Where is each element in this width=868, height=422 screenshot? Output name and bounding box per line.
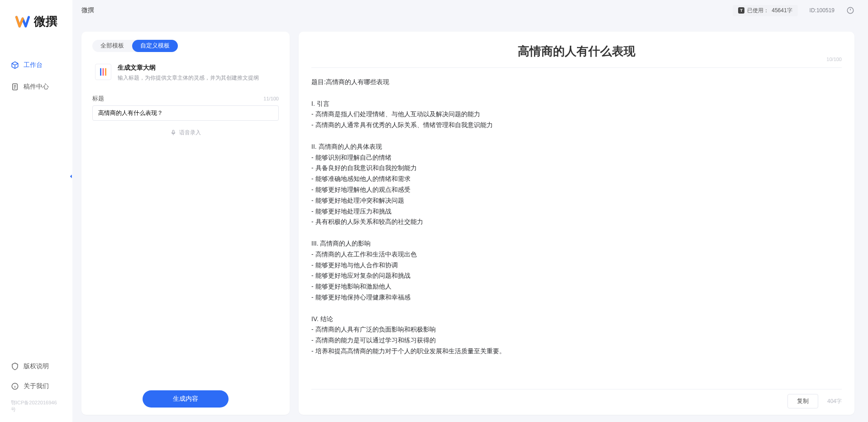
sidebar-bottom: 版权说明 关于我们 鄂ICP备2022016946号 xyxy=(0,358,72,422)
nav-workbench[interactable]: 工作台 xyxy=(7,57,65,74)
result-body[interactable]: 题目:高情商的人有哪些表现 I. 引言 - 高情商是指人们处理情绪、与他人互动以… xyxy=(311,77,842,385)
brand-logo: 微撰 xyxy=(0,14,72,29)
power-icon[interactable] xyxy=(846,6,854,14)
result-footer: 复制 404字 xyxy=(311,389,842,408)
shield-icon xyxy=(11,362,19,370)
sidebar: 微撰 工作台 稿件中心 版权说明 关于我们 鄂ICP备2022016946号 xyxy=(0,0,72,422)
tab-custom-template[interactable]: 自定义模板 xyxy=(132,40,178,52)
nav-label: 工作台 xyxy=(24,61,43,69)
title-counter: 10/100 xyxy=(826,57,842,62)
title-input-wrap[interactable] xyxy=(92,105,279,121)
nav-copyright[interactable]: 版权说明 xyxy=(7,358,65,375)
sidebar-collapse-handle[interactable] xyxy=(67,171,75,182)
word-count: 404字 xyxy=(827,398,842,405)
result-title: 高情商的人有什么表现 xyxy=(311,43,842,59)
divider xyxy=(311,67,842,68)
field-header: 标题 11/100 xyxy=(92,95,279,103)
result-panel: 高情商的人有什么表现 10/100 题目:高情商的人有哪些表现 I. 引言 - … xyxy=(299,32,854,415)
template-title: 生成文章大纲 xyxy=(118,64,276,72)
template-desc: 输入标题，为你提供文章主体的灵感，并为其创建推文提纲 xyxy=(118,74,276,82)
info-icon xyxy=(11,382,19,390)
topbar: 微撰 T 已使用： 45641字 ID:100519 xyxy=(72,0,868,21)
char-counter: 11/100 xyxy=(263,96,279,101)
mic-icon xyxy=(170,129,176,136)
voice-input-row[interactable]: 语音录入 xyxy=(92,129,279,137)
template-tabs: 全部模板 自定义模板 xyxy=(92,40,178,52)
topbar-right: T 已使用： 45641字 ID:100519 xyxy=(733,5,854,16)
nav-label: 版权说明 xyxy=(24,362,49,370)
svg-rect-3 xyxy=(172,130,174,133)
template-meta: 生成文章大纲 输入标题，为你提供文章主体的灵感，并为其创建推文提纲 xyxy=(118,64,276,82)
nav: 工作台 稿件中心 xyxy=(0,57,72,358)
icp-text: 鄂ICP备2022016946号 xyxy=(7,398,65,417)
brand-text: 微撰 xyxy=(34,14,57,29)
main: 全部模板 自定义模板 生成文章大纲 输入标题，为你提供文章主体的灵感，并为其创建… xyxy=(72,21,868,422)
title-input[interactable] xyxy=(98,110,273,117)
result-header: 高情商的人有什么表现 10/100 xyxy=(311,43,842,59)
template-icon xyxy=(95,64,111,80)
user-id: ID:100519 xyxy=(810,7,835,14)
input-panel: 全部模板 自定义模板 生成文章大纲 输入标题，为你提供文章主体的灵感，并为其创建… xyxy=(81,32,290,415)
document-icon xyxy=(11,83,19,91)
text-counter-icon: T xyxy=(738,7,744,14)
nav-drafts[interactable]: 稿件中心 xyxy=(7,78,65,95)
usage-badge[interactable]: T 已使用： 45641字 xyxy=(733,5,797,16)
voice-label: 语音录入 xyxy=(179,129,201,137)
nav-label: 稿件中心 xyxy=(24,83,49,91)
usage-value: 45641字 xyxy=(772,7,792,14)
usage-prefix: 已使用： xyxy=(747,7,769,14)
generate-button[interactable]: 生成内容 xyxy=(143,390,229,408)
template-card[interactable]: 生成文章大纲 输入标题，为你提供文章主体的灵感，并为其创建推文提纲 xyxy=(92,59,279,86)
page-title: 微撰 xyxy=(81,6,94,14)
nav-label: 关于我们 xyxy=(24,382,49,390)
nav-about[interactable]: 关于我们 xyxy=(7,378,65,395)
cube-icon xyxy=(11,61,19,69)
field-label: 标题 xyxy=(92,95,104,103)
logo-icon xyxy=(15,14,30,29)
copy-button[interactable]: 复制 xyxy=(787,394,818,408)
tab-all-templates[interactable]: 全部模板 xyxy=(92,40,132,52)
